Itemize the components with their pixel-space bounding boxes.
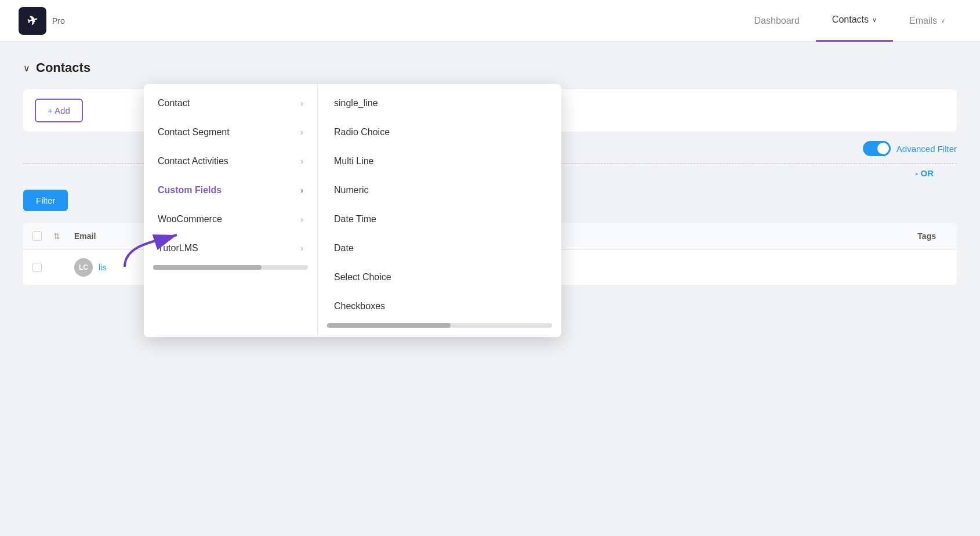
select-all-checkbox[interactable] [32, 231, 42, 241]
right-item-radio-choice[interactable]: Radio Choice [318, 118, 561, 147]
nav-links: Dashboard Contacts ∨ Emails ∨ [738, 0, 961, 42]
tags-column-header: Tags [917, 231, 948, 241]
right-item-numeric[interactable]: Numeric [318, 176, 561, 205]
right-scrollbar[interactable] [327, 323, 552, 328]
menu-item-contact-segment[interactable]: Contact Segment › [144, 118, 317, 147]
dropdown-left-panel: Contact › Contact Segment › Contact Acti… [144, 84, 318, 337]
right-item-single-line[interactable]: single_line [318, 89, 561, 118]
page-chevron-icon[interactable]: ∨ [23, 63, 30, 74]
chevron-right-icon: › [300, 215, 303, 224]
chevron-right-icon: › [300, 99, 303, 108]
avatar: LC [74, 258, 93, 277]
nav-emails[interactable]: Emails ∨ [893, 0, 961, 42]
pro-label: Pro [52, 16, 65, 26]
menu-item-custom-fields[interactable]: Custom Fields › [144, 176, 317, 205]
add-button[interactable]: + Add [35, 99, 83, 122]
filter-button[interactable]: Filter [23, 190, 68, 211]
menu-item-woocommerce[interactable]: WooCommerce › [144, 205, 317, 234]
left-scrollbar[interactable] [153, 265, 308, 270]
right-item-multi-line[interactable]: Multi Line [318, 147, 561, 176]
logo-icon: ✈ [26, 12, 39, 30]
row-checkbox[interactable] [32, 263, 42, 272]
chevron-right-icon-active: › [300, 186, 303, 195]
emails-chevron-icon: ∨ [941, 17, 945, 24]
chevron-right-icon: › [300, 128, 303, 137]
email-link[interactable]: lis [99, 263, 106, 272]
dropdown-right-panel: single_line Radio Choice Multi Line Nume… [318, 84, 561, 337]
page-header: ∨ Contacts [23, 60, 957, 75]
nav-dashboard[interactable]: Dashboard [738, 0, 816, 42]
menu-item-tutorlms[interactable]: TutorLMS › [144, 234, 317, 263]
logo[interactable]: ✈ [19, 7, 46, 35]
chevron-right-icon: › [300, 244, 303, 253]
contacts-chevron-icon: ∨ [872, 16, 877, 24]
chevron-right-icon: › [300, 157, 303, 166]
advanced-filter-toggle[interactable] [863, 141, 891, 156]
right-item-date-time[interactable]: Date Time [318, 205, 561, 234]
right-item-date[interactable]: Date [318, 234, 561, 263]
advanced-filter-label: Advanced Filter [896, 144, 957, 154]
top-nav: ✈ Pro Dashboard Contacts ∨ Emails ∨ [0, 0, 980, 42]
nav-contacts[interactable]: Contacts ∨ [816, 0, 893, 42]
menu-item-contact-activities[interactable]: Contact Activities › [144, 147, 317, 176]
right-item-select-choice[interactable]: Select Choice [318, 263, 561, 292]
page-title: Contacts [36, 60, 90, 75]
menu-item-contact[interactable]: Contact › [144, 89, 317, 118]
sort-icon[interactable]: ⇅ [53, 231, 60, 241]
right-item-checkboxes[interactable]: Checkboxes [318, 292, 561, 321]
dropdown-menu: Contact › Contact Segment › Contact Acti… [144, 84, 561, 337]
